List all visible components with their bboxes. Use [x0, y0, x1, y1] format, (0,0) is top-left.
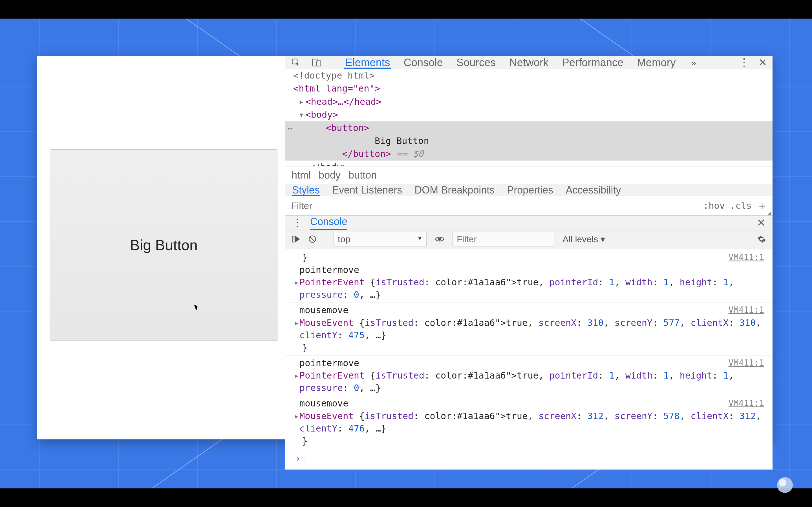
dom-breadcrumb: html body button [285, 166, 772, 184]
crumb-button[interactable]: button [349, 169, 377, 181]
dom-body-close: </body> [310, 162, 348, 166]
device-toggle-icon[interactable] [312, 58, 321, 67]
tab-network[interactable]: Network [508, 56, 550, 69]
live-expression-eye-icon[interactable] [435, 236, 444, 242]
big-button-label: Big Button [130, 237, 198, 253]
source-link[interactable]: VM411:1 [728, 357, 764, 369]
tab-console[interactable]: Console [402, 56, 444, 69]
app-window: Big Button ElementsConsoleSourcesNetwor [37, 56, 772, 439]
elements-dom-tree[interactable]: <!doctype html> <html lang="en"> ▸<head>… [285, 69, 772, 166]
source-link[interactable]: VM411:1 [728, 251, 764, 263]
big-button[interactable]: Big Button [50, 149, 278, 341]
clear-console-icon[interactable] [308, 235, 316, 243]
svg-point-5 [439, 238, 441, 240]
rendered-page: Big Button [37, 56, 285, 439]
console-filter-input[interactable] [453, 232, 554, 246]
context-selector[interactable]: top [334, 232, 426, 246]
devtools-tabbar: ElementsConsoleSourcesNetworkPerformance… [285, 56, 772, 69]
devtools-panel: ElementsConsoleSourcesNetworkPerformance… [285, 56, 772, 439]
dom-button-close: </button> [342, 149, 391, 159]
log-entry[interactable]: }VM411:1pointermove▸PointerEvent {isTrus… [285, 250, 772, 303]
dom-head[interactable]: <head>…</head> [305, 96, 382, 107]
tab-elements[interactable]: Elements [344, 56, 391, 69]
source-link[interactable]: VM411:1 [728, 304, 764, 316]
log-entry[interactable]: VM411:1pointermove▸PointerEvent {isTrust… [285, 356, 772, 396]
console-prompt[interactable]: › [285, 449, 772, 469]
close-drawer-icon[interactable]: ✕ [757, 217, 766, 229]
console-drawer-tab[interactable]: Console [310, 216, 347, 230]
tab-sources[interactable]: Sources [455, 56, 497, 69]
cls-toggle[interactable]: .cls [730, 200, 752, 211]
dom-doctype: <!doctype html> [293, 70, 375, 81]
subtab-event-listeners[interactable]: Event Listeners [332, 184, 402, 196]
source-link[interactable]: VM411:1 [728, 397, 764, 409]
subtab-properties[interactable]: Properties [507, 184, 553, 196]
dom-body-open[interactable]: <body> [305, 109, 338, 120]
log-entry[interactable]: VM411:1mousemove▸MouseEvent {isTrusted: … [285, 303, 772, 356]
inspect-element-icon[interactable] [291, 58, 301, 67]
dom-eq0: == $0 [391, 149, 424, 159]
dom-button-open: <button> [326, 122, 369, 133]
new-style-rule-icon[interactable]: ＋ [757, 199, 767, 213]
console-drawer-header: ⋮ Console ✕ [285, 216, 772, 230]
subtab-accessibility[interactable]: Accessibility [566, 184, 621, 196]
tab-performance[interactable]: Performance [561, 56, 625, 69]
dom-selected-node[interactable]: ⋯ <button> Big Button </button> == $0 [285, 121, 772, 161]
log-levels-dropdown[interactable]: All levels ▾ [562, 234, 605, 244]
dom-button-text: Big Button [375, 135, 429, 146]
subtab-styles[interactable]: Styles [292, 184, 320, 196]
console-settings-icon[interactable] [757, 235, 766, 243]
log-entry[interactable]: VM411:1mousemove▸MouseEvent {isTrusted: … [285, 396, 772, 449]
svg-rect-3 [293, 236, 294, 242]
tab-memory[interactable]: Memory [636, 56, 677, 69]
crumb-html[interactable]: html [292, 169, 311, 181]
svg-rect-2 [317, 61, 321, 66]
hov-toggle[interactable]: :hov [703, 200, 725, 211]
kebab-menu-icon[interactable]: ⋮ [739, 56, 749, 69]
console-toolbar: top All levels ▾ [285, 230, 772, 248]
crumb-body[interactable]: body [319, 169, 341, 181]
drawer-kebab-icon[interactable]: ⋮ [292, 217, 302, 229]
dom-html-open[interactable]: <html lang="en"> [293, 83, 380, 94]
tabs-overflow-icon[interactable]: » [691, 57, 696, 68]
console-output[interactable]: }VM411:1pointermove▸PointerEvent {isTrus… [285, 248, 772, 469]
step-execution-icon[interactable] [292, 235, 300, 243]
close-devtools-icon[interactable]: ✕ [758, 57, 767, 68]
styles-filter-row: :hov .cls ＋ [285, 196, 772, 216]
subtab-dom-breakpoints[interactable]: DOM Breakpoints [414, 184, 495, 196]
styles-filter-input[interactable] [290, 200, 703, 212]
styles-subtabs: StylesEvent ListenersDOM BreakpointsProp… [285, 184, 772, 196]
chrome-logo-icon [777, 477, 793, 493]
